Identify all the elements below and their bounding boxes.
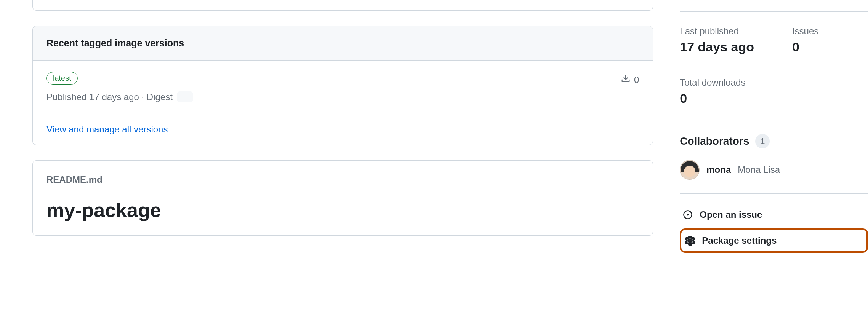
version-row: latest Published 17 days ago · Digest ··… — [33, 61, 653, 114]
download-stat: 0 — [621, 74, 639, 86]
recent-versions-title: Recent tagged image versions — [33, 26, 653, 61]
kebab-menu[interactable]: ··· — [177, 91, 193, 102]
published-text: Published 17 days ago · Digest — [46, 92, 173, 102]
svg-point-1 — [687, 214, 689, 216]
issue-icon — [683, 210, 693, 220]
collaborator-user[interactable]: mona Mona Lisa — [680, 160, 868, 180]
last-published-label: Last published — [680, 26, 754, 37]
download-count: 0 — [634, 75, 639, 85]
sidebar: Last published 17 days ago Issues 0 Tota… — [680, 0, 868, 264]
collaborators-count: 1 — [755, 134, 770, 148]
last-published-value: 17 days ago — [680, 40, 754, 54]
package-settings-label: Package settings — [702, 235, 777, 246]
download-icon — [621, 74, 630, 86]
action-list: Open an issue Package settings — [680, 194, 868, 264]
last-published-stat: Last published 17 days ago — [680, 26, 754, 54]
total-downloads-label: Total downloads — [680, 77, 868, 88]
issues-value[interactable]: 0 — [792, 40, 818, 54]
issues-stat: Issues 0 — [792, 26, 818, 54]
issues-label: Issues — [792, 26, 818, 37]
total-downloads-stat: Total downloads 0 — [680, 68, 868, 120]
stat-row: Last published 17 days ago Issues 0 — [680, 12, 868, 68]
gear-icon — [685, 236, 695, 246]
published-line: Published 17 days ago · Digest ··· — [46, 91, 193, 102]
collaborator-username[interactable]: mona — [706, 164, 731, 175]
version-tag-badge[interactable]: latest — [46, 72, 78, 85]
total-downloads-value: 0 — [680, 91, 868, 106]
readme-card: README.md my-package — [32, 160, 653, 236]
collaborator-fullname: Mona Lisa — [738, 164, 780, 175]
previous-card-bottom — [32, 0, 653, 11]
view-all-versions-link[interactable]: View and manage all versions — [46, 124, 168, 134]
readme-filename: README.md — [33, 161, 653, 185]
recent-versions-card: Recent tagged image versions latest Publ… — [32, 26, 653, 145]
view-all-versions-row: View and manage all versions — [33, 114, 653, 145]
package-settings-action[interactable]: Package settings — [680, 228, 868, 253]
main-column: Recent tagged image versions latest Publ… — [32, 0, 653, 264]
open-issue-label: Open an issue — [700, 209, 762, 220]
collaborators-section: Collaborators 1 mona Mona Lisa — [680, 120, 868, 193]
avatar[interactable] — [680, 160, 700, 180]
package-title: my-package — [33, 185, 653, 235]
collaborators-title: Collaborators — [680, 135, 749, 147]
open-issue-action[interactable]: Open an issue — [680, 206, 868, 224]
